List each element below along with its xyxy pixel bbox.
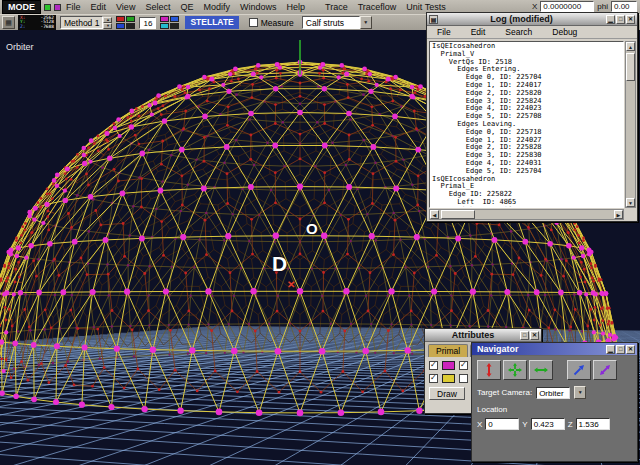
scroll-left-icon[interactable]: ◀: [430, 210, 439, 219]
purple-diagonal-double-arrow-icon: [597, 362, 613, 378]
color-swatch-group-1: [116, 16, 135, 29]
vertex-visibility-checkbox[interactable]: [429, 361, 438, 370]
method-field[interactable]: Method 1: [60, 16, 103, 29]
navigator-titlebar[interactable]: Navigator ▁ □ ✕: [472, 343, 637, 356]
attributes-maximize-icon[interactable]: □: [520, 331, 529, 340]
menu-modify[interactable]: Modify: [198, 2, 235, 12]
move-vertical-button[interactable]: [477, 360, 501, 380]
move-horizontal-button[interactable]: [529, 360, 553, 380]
edge-alt-checkbox[interactable]: [459, 374, 468, 383]
target-camera-row: Target Camera: Orbiter ▼: [477, 386, 632, 399]
draw-button[interactable]: Draw: [429, 387, 465, 400]
log-window-icon: ▤: [429, 15, 438, 24]
log-menu-debug[interactable]: Debug: [547, 27, 582, 37]
scroll-down-icon[interactable]: ▼: [626, 198, 635, 207]
attributes-close-icon[interactable]: ✕: [530, 331, 539, 340]
measure-option: Measure: [249, 18, 294, 28]
menu-trace[interactable]: Trace: [320, 2, 353, 12]
swatch-black[interactable]: [126, 23, 135, 29]
vertex-color-swatch[interactable]: [442, 361, 455, 370]
stellate-button[interactable]: STELLATE: [185, 16, 238, 29]
swatch-cyan[interactable]: [160, 23, 169, 29]
swatch-red[interactable]: [116, 16, 125, 22]
coordinate-readouts-row1: X 0.0000000 phi 0.00: [532, 1, 637, 12]
scroll-thumb-horizontal[interactable]: [441, 210, 475, 219]
log-minimize-icon[interactable]: ▁: [606, 15, 615, 24]
mode-indicator-icon: [54, 4, 61, 11]
vertex-alt-checkbox[interactable]: [459, 361, 468, 370]
log-window-title: Log (modified): [438, 14, 605, 24]
loc-x-field[interactable]: 0: [485, 418, 519, 430]
green-horizontal-arrow-icon: [533, 362, 549, 378]
xyz-z-value: -7688: [40, 25, 54, 29]
log-close-icon[interactable]: ✕: [626, 15, 635, 24]
edge-color-swatch[interactable]: [442, 374, 455, 383]
phi-readout-label: phi: [597, 2, 608, 11]
swatch-blue[interactable]: [116, 23, 125, 29]
navigator-panel: Navigator ▁ □ ✕: [471, 342, 638, 462]
tab-primal[interactable]: Primal: [428, 344, 468, 357]
grid-tool-icon[interactable]: ▦: [2, 16, 15, 29]
menu-select[interactable]: Select: [140, 2, 175, 12]
scroll-thumb-vertical[interactable]: [626, 53, 635, 81]
log-menu-bar: File Edit Search Debug: [427, 26, 637, 39]
log-window-titlebar[interactable]: ▤ Log (modified) ▁ □ ✕: [427, 13, 637, 26]
navigator-maximize-icon[interactable]: □: [616, 345, 625, 354]
menu-edit[interactable]: Edit: [86, 2, 112, 12]
swatch-black2[interactable]: [170, 23, 179, 29]
loc-y-field[interactable]: 0.423: [531, 418, 565, 430]
loc-z-label: Z: [568, 420, 573, 429]
menu-file[interactable]: File: [61, 2, 86, 12]
menu-traceflow[interactable]: Traceflow: [353, 2, 402, 12]
log-maximize-icon[interactable]: □: [616, 15, 625, 24]
phi-readout-field[interactable]: 0.00: [611, 1, 637, 12]
log-horizontal-scrollbar[interactable]: ◀ ▶: [429, 209, 624, 220]
x-readout-field[interactable]: 0.0000000: [540, 1, 594, 12]
blue-diagonal-arrow-icon: [571, 362, 587, 378]
target-camera-dropdown-icon[interactable]: ▼: [574, 386, 586, 399]
log-menu-search[interactable]: Search: [500, 27, 537, 37]
scroll-up-icon[interactable]: ▲: [626, 42, 635, 51]
navigator-body: Target Camera: Orbiter ▼ Location X 0 Y …: [472, 356, 637, 434]
application-window: MODE File Edit View Select QE Modify Win…: [0, 0, 640, 465]
red-vertical-arrow-icon: [481, 362, 497, 378]
status-green-icon: [44, 4, 51, 11]
log-menu-file[interactable]: File: [432, 27, 456, 37]
method-spinner: Method 1 ▲▼: [60, 16, 112, 29]
attributes-titlebar[interactable]: Attributes □ ✕: [425, 329, 541, 342]
selection-marker-icon: ✕: [287, 279, 295, 290]
swatch-magenta[interactable]: [160, 16, 169, 22]
menu-view[interactable]: View: [111, 2, 140, 12]
loc-x-label: X: [477, 420, 482, 429]
struts-dropdown-icon[interactable]: ▼: [360, 16, 372, 29]
color-swatch-group-2: [160, 16, 179, 29]
edge-visibility-checkbox[interactable]: [429, 374, 438, 383]
method-down-icon[interactable]: ▼: [103, 23, 112, 29]
scroll-right-icon[interactable]: ▶: [614, 210, 623, 219]
xyz-z-label: Z:: [20, 25, 25, 29]
subdivision-value-field[interactable]: 16: [139, 17, 156, 29]
struts-value[interactable]: Calf struts: [302, 16, 360, 29]
x-readout-label: X: [532, 2, 537, 11]
swatch-green[interactable]: [126, 16, 135, 22]
menu-qe[interactable]: QE: [175, 2, 198, 12]
loc-z-field[interactable]: 1.536: [576, 418, 610, 430]
log-menu-edit[interactable]: Edit: [466, 27, 491, 37]
mode-button[interactable]: MODE: [2, 0, 41, 14]
menu-unit-tests[interactable]: Unit Tests: [401, 2, 450, 12]
camera-name-label: Orbiter: [6, 42, 34, 52]
measure-checkbox[interactable]: [249, 18, 258, 27]
rotate-diagonal-button[interactable]: [593, 360, 617, 380]
swatch-blue2[interactable]: [170, 16, 179, 22]
menu-help[interactable]: Help: [281, 2, 310, 12]
move-all-axes-button[interactable]: [503, 360, 527, 380]
log-text-area: IsQEIcosahedron Primal_V VertQs ID: 2518…: [429, 41, 624, 208]
pan-diagonal-button[interactable]: [567, 360, 591, 380]
target-camera-value[interactable]: Orbiter: [536, 387, 570, 399]
log-window: ▤ Log (modified) ▁ □ ✕ File Edit Search …: [426, 12, 638, 222]
menu-windows[interactable]: Windows: [235, 2, 282, 12]
target-camera-label: Target Camera:: [477, 388, 532, 397]
log-vertical-scrollbar[interactable]: ▲ ▼: [625, 41, 636, 208]
navigator-minimize-icon[interactable]: ▁: [606, 345, 615, 354]
navigator-close-icon[interactable]: ✕: [626, 345, 635, 354]
